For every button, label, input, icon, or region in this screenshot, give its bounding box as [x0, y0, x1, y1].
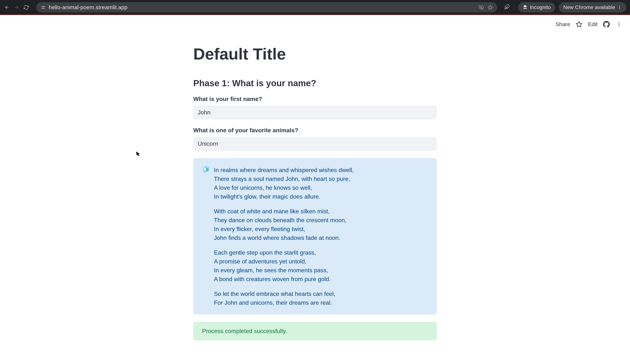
reload-icon[interactable]: [23, 4, 30, 11]
chrome-update-label: New Chrome available: [563, 4, 615, 10]
poem-line: In every flicker, every fleeting twist,: [214, 224, 354, 233]
poem-line: There strays a soul named John, with hea…: [214, 175, 354, 183]
svg-marker-4: [488, 5, 492, 9]
streamlit-header: Share Edit: [0, 15, 630, 33]
poem-stanza: In realms where dreams and whispered wis…: [214, 166, 354, 201]
poem-line: In every gleam, he sees the moments pass…: [214, 266, 354, 275]
animal-field-label: What is one of your favorite animals?: [193, 127, 437, 134]
eye-off-icon[interactable]: [479, 5, 484, 10]
poem-line: So let the world embrace what hearts can…: [214, 289, 354, 298]
poem-line: John finds a world where shadows fade at…: [214, 233, 354, 242]
page-title: Default Title: [193, 45, 437, 63]
poem-line: In realms where dreams and whispered wis…: [214, 166, 354, 175]
chrome-update-button[interactable]: New Chrome available: [559, 2, 626, 12]
extensions-icon[interactable]: [504, 4, 510, 11]
phase-header: Phase 1: What is your name?: [193, 78, 437, 88]
info-emoji-icon: 🧊: [202, 166, 210, 307]
edit-button[interactable]: Edit: [588, 21, 598, 27]
svg-point-1: [42, 8, 42, 8]
poem-line: A promise of adventures yet untold,: [214, 257, 354, 266]
menu-icon[interactable]: [615, 21, 622, 28]
bookmark-star-icon[interactable]: [488, 5, 493, 10]
svg-point-5: [619, 6, 620, 6]
success-message: Process completed successfully.: [202, 328, 287, 334]
mouse-cursor: [136, 151, 142, 159]
svg-rect-2: [42, 6, 45, 7]
svg-point-7: [619, 8, 620, 9]
info-box: 🧊 In realms where dreams and whispered w…: [193, 158, 437, 315]
name-input[interactable]: [193, 105, 437, 120]
animal-input[interactable]: [193, 137, 437, 151]
url-bar[interactable]: hello-animal-poem.streamlit.app: [36, 2, 497, 12]
incognito-badge[interactable]: Incognito: [518, 2, 555, 12]
svg-point-9: [618, 22, 620, 23]
poem-line: With coat of white and mane like silken …: [214, 207, 354, 216]
svg-point-10: [618, 24, 620, 25]
star-icon[interactable]: [576, 21, 583, 28]
success-box: Process completed successfully.: [193, 322, 437, 341]
incognito-label: Incognito: [530, 4, 551, 10]
svg-rect-3: [42, 8, 45, 8]
share-button[interactable]: Share: [556, 21, 570, 27]
back-icon[interactable]: [4, 4, 10, 11]
site-info-icon[interactable]: [40, 5, 46, 10]
svg-point-6: [619, 7, 620, 8]
poem-line: Each gentle step upon the starlit grass,: [214, 248, 354, 257]
poem-stanza: With coat of white and mane like silken …: [214, 207, 354, 242]
svg-point-0: [42, 6, 42, 7]
poem-stanza: So let the world embrace what hearts can…: [214, 289, 354, 307]
svg-marker-8: [576, 21, 582, 27]
url-text: hello-animal-poem.streamlit.app: [49, 4, 476, 10]
name-field-label: What is your first name?: [193, 96, 437, 102]
poem-line: In twilight's glow, their magic does all…: [214, 192, 354, 201]
poem-line: A love for unicorns, he knows so well,: [214, 183, 354, 192]
poem-line: For John and unicorns, their dreams are …: [214, 298, 354, 307]
github-icon[interactable]: [603, 21, 610, 28]
poem-text: In realms where dreams and whispered wis…: [214, 166, 354, 307]
forward-icon[interactable]: [13, 4, 20, 11]
main-content: Default Title Phase 1: What is your name…: [186, 33, 444, 352]
browser-toolbar: hello-animal-poem.streamlit.app Incognit…: [0, 0, 630, 15]
poem-stanza: Each gentle step upon the starlit grass,…: [214, 248, 354, 284]
poem-line: They dance on clouds beneath the crescen…: [214, 216, 354, 224]
svg-point-11: [618, 25, 620, 26]
poem-line: A bond with creatures woven from pure go…: [214, 275, 354, 284]
